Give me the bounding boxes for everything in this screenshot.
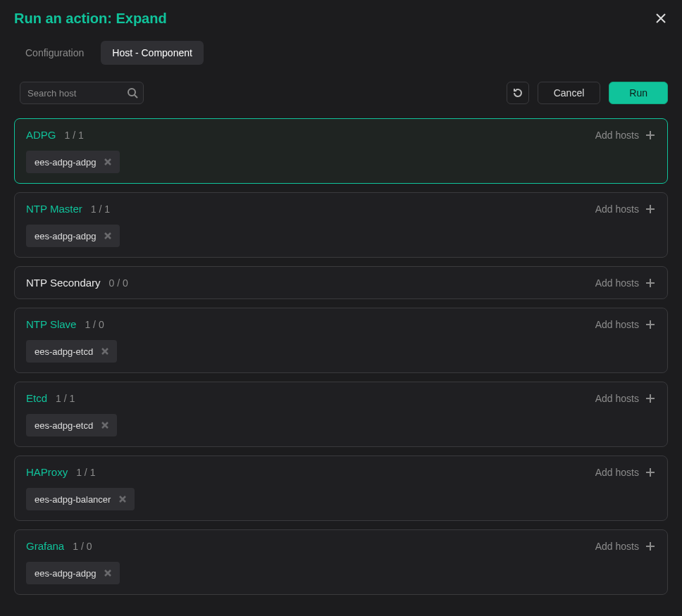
group-count: 1 / 1 [91, 203, 110, 215]
host-tag-label: ees-adpg-adpg [35, 568, 96, 579]
host-tags: ees-adpg-etcd [26, 340, 656, 363]
group-title-wrap: NTP Master1 / 1 [26, 203, 110, 215]
host-tag[interactable]: ees-adpg-etcd [26, 340, 117, 363]
plus-icon [645, 467, 656, 478]
plus-icon [645, 319, 656, 330]
component-group: NTP Secondary0 / 0Add hosts [14, 266, 668, 299]
add-hosts-button[interactable]: Add hosts [595, 130, 656, 141]
group-title-wrap: HAProxy1 / 1 [26, 466, 95, 478]
add-hosts-label: Add hosts [595, 203, 639, 215]
group-header: HAProxy1 / 1Add hosts [26, 466, 656, 478]
remove-host-icon[interactable] [118, 494, 128, 504]
run-button[interactable]: Run [609, 82, 668, 104]
host-tag-label: ees-adpg-etcd [35, 420, 93, 431]
toolbar: Cancel Run [0, 65, 682, 118]
close-button[interactable] [651, 8, 671, 28]
remove-host-icon[interactable] [100, 346, 110, 356]
group-header: NTP Master1 / 1Add hosts [26, 203, 656, 215]
group-header: NTP Secondary0 / 0Add hosts [26, 277, 656, 289]
group-name: NTP Slave [26, 318, 76, 330]
add-hosts-label: Add hosts [595, 130, 639, 141]
component-group: Etcd1 / 1Add hostsees-adpg-etcd [14, 382, 668, 447]
tab-host-component[interactable]: Host - Component [101, 41, 204, 65]
group-name: Etcd [26, 392, 47, 404]
host-tag-label: ees-adpg-adpg [35, 157, 96, 168]
component-group: ADPG1 / 1Add hostsees-adpg-adpg [14, 118, 668, 184]
group-title-wrap: Grafana1 / 0 [26, 540, 92, 552]
reset-button[interactable] [507, 82, 529, 104]
add-hosts-button[interactable]: Add hosts [595, 541, 656, 552]
host-tag-label: ees-adpg-etcd [35, 346, 93, 357]
host-tags: ees-adpg-etcd [26, 414, 656, 436]
group-count: 1 / 1 [56, 393, 75, 404]
component-group: NTP Slave1 / 0Add hostsees-adpg-etcd [14, 308, 668, 373]
add-hosts-button[interactable]: Add hosts [595, 203, 656, 215]
remove-host-icon[interactable] [103, 231, 113, 241]
host-tag[interactable]: ees-adpg-adpg [26, 151, 120, 173]
svg-point-0 [128, 89, 135, 96]
component-group: NTP Master1 / 1Add hostsees-adpg-adpg [14, 192, 668, 258]
add-hosts-button[interactable]: Add hosts [595, 277, 656, 289]
dialog-title: Run an action: Expand [14, 11, 167, 27]
group-name: ADPG [26, 129, 56, 141]
host-tags: ees-adpg-adpg [26, 562, 656, 584]
host-tag-label: ees-adpg-adpg [35, 231, 96, 241]
group-name: HAProxy [26, 466, 68, 478]
host-tag-label: ees-adpg-balancer [35, 494, 111, 505]
group-name: Grafana [26, 540, 64, 552]
add-hosts-label: Add hosts [595, 277, 639, 289]
host-tags: ees-adpg-adpg [26, 151, 656, 173]
remove-host-icon[interactable] [100, 420, 110, 430]
group-header: NTP Slave1 / 0Add hosts [26, 318, 656, 330]
group-header: Etcd1 / 1Add hosts [26, 392, 656, 404]
group-count: 1 / 1 [65, 130, 84, 141]
search-wrap [20, 82, 144, 104]
group-name: NTP Secondary [26, 277, 101, 289]
group-count: 1 / 0 [73, 541, 92, 552]
group-count: 1 / 0 [85, 319, 104, 330]
component-group: Grafana1 / 0Add hostsees-adpg-adpg [14, 529, 668, 595]
group-title-wrap: ADPG1 / 1 [26, 129, 84, 141]
host-tag[interactable]: ees-adpg-adpg [26, 225, 120, 247]
group-title-wrap: Etcd1 / 1 [26, 392, 75, 404]
host-tags: ees-adpg-adpg [26, 225, 656, 247]
remove-host-icon[interactable] [103, 568, 113, 578]
group-header: ADPG1 / 1Add hosts [26, 129, 656, 141]
add-hosts-label: Add hosts [595, 393, 639, 404]
plus-icon [645, 541, 656, 552]
group-count: 1 / 1 [76, 467, 95, 478]
host-tag[interactable]: ees-adpg-balancer [26, 488, 135, 510]
group-title-wrap: NTP Secondary0 / 0 [26, 277, 128, 289]
group-title-wrap: NTP Slave1 / 0 [26, 318, 104, 330]
group-name: NTP Master [26, 203, 82, 215]
plus-icon [645, 393, 656, 404]
tab-configuration[interactable]: Configuration [14, 41, 95, 65]
add-hosts-label: Add hosts [595, 319, 639, 330]
add-hosts-button[interactable]: Add hosts [595, 467, 656, 478]
host-tag[interactable]: ees-adpg-etcd [26, 414, 117, 436]
component-group: HAProxy1 / 1Add hostsees-adpg-balancer [14, 455, 668, 521]
search-icon [127, 87, 138, 99]
groups-list: ADPG1 / 1Add hostsees-adpg-adpgNTP Maste… [0, 118, 682, 609]
tab-bar: Configuration Host - Component [0, 28, 682, 65]
host-tag[interactable]: ees-adpg-adpg [26, 562, 120, 584]
plus-icon [645, 203, 656, 215]
search-input[interactable] [20, 82, 144, 104]
close-icon [655, 13, 666, 24]
host-tags: ees-adpg-balancer [26, 488, 656, 510]
add-hosts-label: Add hosts [595, 541, 639, 552]
group-header: Grafana1 / 0Add hosts [26, 540, 656, 552]
plus-icon [645, 277, 656, 289]
add-hosts-label: Add hosts [595, 467, 639, 478]
group-count: 0 / 0 [109, 277, 128, 289]
add-hosts-button[interactable]: Add hosts [595, 319, 656, 330]
plus-icon [645, 130, 656, 141]
refresh-icon [512, 87, 523, 99]
cancel-button[interactable]: Cancel [538, 82, 601, 104]
remove-host-icon[interactable] [103, 157, 113, 167]
add-hosts-button[interactable]: Add hosts [595, 393, 656, 404]
